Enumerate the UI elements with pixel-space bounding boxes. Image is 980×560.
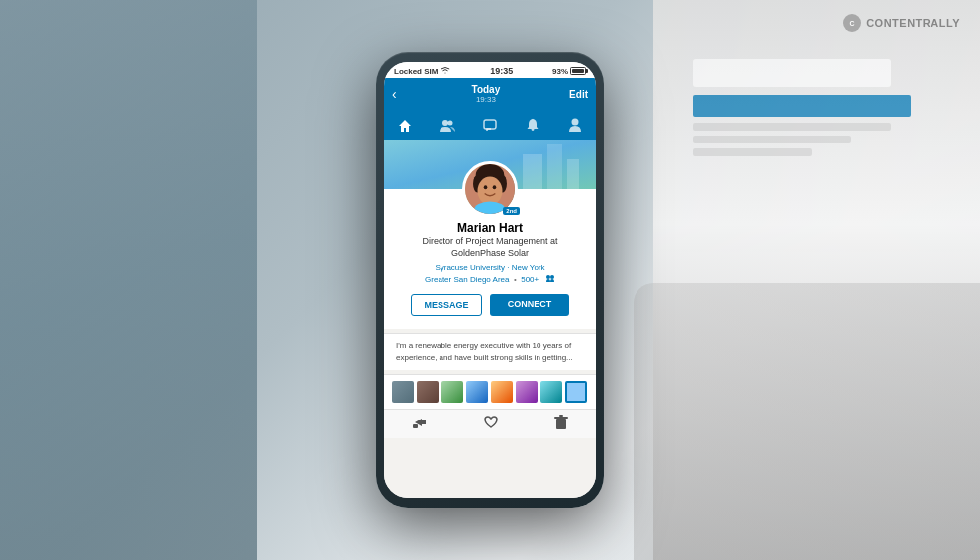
nav-message-icon[interactable]	[476, 115, 504, 135]
svg-point-5	[571, 119, 578, 126]
status-bar-left: Locked SIM	[394, 66, 450, 76]
photo-thumb-8[interactable]	[565, 381, 587, 403]
linkedin-header: ‹ Today 19:33 Edit	[384, 78, 596, 110]
profile-name: Marian Hart	[457, 221, 523, 234]
trash-icon[interactable]	[554, 415, 568, 433]
bottom-action-bar	[384, 409, 596, 438]
svg-point-3	[448, 120, 453, 125]
svg-rect-8	[547, 144, 562, 189]
message-button[interactable]: MESSAGE	[411, 294, 482, 316]
svg-point-20	[550, 275, 554, 279]
photo-thumb-3[interactable]	[441, 381, 463, 403]
watermark-icon: C	[843, 14, 861, 32]
svg-rect-7	[523, 154, 542, 189]
bg-content-lines	[693, 123, 891, 156]
header-title: Today	[403, 84, 569, 95]
status-bar-right: 93%	[552, 67, 586, 76]
people-background	[634, 283, 980, 560]
profile-content: 2nd Marian Hart Director of Project Mana…	[384, 140, 596, 498]
phone-screen: Locked SIM 19:35 93%	[384, 62, 596, 498]
watermark-label: CONTENTRALLY	[866, 17, 960, 29]
profile-job-title: Director of Project Management at Golden…	[396, 236, 584, 259]
profile-university: Syracuse University · New York	[435, 263, 544, 272]
bg-line-2	[693, 136, 851, 143]
svg-point-19	[546, 275, 550, 279]
profile-location: Greater San Diego Area	[425, 275, 509, 284]
bg-line-1	[693, 123, 891, 131]
header-subtitle: 19:33	[403, 95, 569, 104]
photo-strip	[384, 374, 596, 409]
profile-connections: 500+	[521, 275, 539, 284]
bg-blue-bar	[693, 95, 911, 117]
photo-thumb-2[interactable]	[417, 381, 439, 403]
nav-people-icon[interactable]	[434, 115, 461, 135]
header-title-area: Today 19:33	[403, 84, 569, 104]
share-icon[interactable]	[412, 415, 428, 433]
profile-about-text: I'm a renewable energy executive with 10…	[384, 333, 596, 370]
bg-right-content	[693, 59, 960, 161]
photo-thumb-7[interactable]	[540, 381, 562, 403]
nav-home-icon[interactable]	[391, 115, 419, 135]
svg-point-15	[478, 177, 503, 206]
locked-sim-label: Locked SIM	[394, 67, 438, 76]
connections-icon	[545, 275, 555, 284]
svg-rect-22	[556, 419, 566, 429]
battery-icon	[570, 67, 586, 75]
svg-point-2	[442, 120, 448, 126]
connect-button[interactable]: CONNECT	[490, 294, 569, 316]
svg-rect-23	[554, 417, 568, 419]
photo-thumb-4[interactable]	[466, 381, 488, 403]
edit-button[interactable]: Edit	[569, 89, 588, 100]
heart-icon[interactable]	[483, 415, 499, 433]
nav-profile-icon[interactable]	[561, 115, 589, 135]
degree-badge: 2nd	[503, 207, 520, 215]
nav-bell-icon[interactable]	[519, 115, 546, 135]
svg-rect-24	[559, 415, 563, 417]
profile-meta: Syracuse University · New York Greater S…	[425, 262, 555, 286]
status-bar-time: 19:35	[490, 66, 513, 76]
avatar-container: 2nd	[462, 161, 518, 217]
phone-wrapper: Locked SIM 19:35 93%	[376, 52, 604, 508]
back-button[interactable]: ‹	[392, 86, 397, 102]
action-buttons: MESSAGE CONNECT	[396, 294, 584, 316]
phone-shell: Locked SIM 19:35 93%	[376, 52, 604, 508]
photo-thumb-1[interactable]	[392, 381, 414, 403]
status-bar: Locked SIM 19:35 93%	[384, 62, 596, 78]
bg-left-blur	[0, 0, 257, 560]
svg-rect-9	[567, 159, 579, 189]
bg-search-bar	[693, 59, 891, 87]
svg-point-16	[484, 185, 488, 189]
svg-rect-21	[413, 424, 418, 428]
svg-rect-4	[484, 120, 496, 129]
photo-thumb-6[interactable]	[516, 381, 538, 403]
profile-card: 2nd Marian Hart Director of Project Mana…	[384, 189, 596, 329]
bg-line-3	[693, 148, 812, 156]
linkedin-bottom-nav	[384, 110, 596, 140]
watermark: C CONTENTRALLY	[843, 14, 960, 32]
wifi-icon	[441, 66, 450, 76]
battery-pct: 93%	[552, 67, 568, 76]
svg-point-17	[493, 185, 497, 189]
svg-text:C: C	[850, 20, 855, 27]
photo-thumb-5[interactable]	[491, 381, 513, 403]
